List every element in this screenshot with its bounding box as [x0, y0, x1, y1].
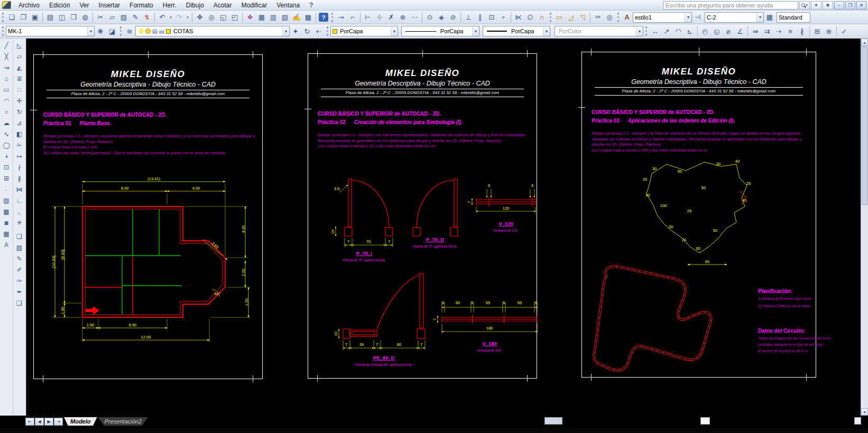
- zoom-window-icon[interactable]: ◱: [217, 12, 229, 23]
- dim-radius-icon[interactable]: ◴: [699, 26, 711, 37]
- text-style-dropdown[interactable]: estilo1 ▾: [633, 12, 692, 23]
- toolbar-grip[interactable]: [120, 26, 122, 36]
- copy-icon[interactable]: ▱: [106, 12, 118, 23]
- dim-ordinate-icon[interactable]: ⊾: [684, 26, 696, 37]
- favorites-star-icon[interactable]: ★: [823, 1, 833, 10]
- menu-herr[interactable]: Herr.: [158, 1, 181, 10]
- toolbar-separator[interactable]: [460, 12, 461, 23]
- properties-icon[interactable]: ❖: [244, 12, 256, 23]
- polygon-icon[interactable]: ⌂: [1, 73, 12, 84]
- dim-break-icon[interactable]: ∦: [796, 26, 808, 37]
- osnap-settings-icon[interactable]: ∩: [536, 12, 548, 23]
- table-icon[interactable]: ▦: [1, 228, 12, 239]
- edit-annotation-icon[interactable]: ✑: [14, 275, 25, 286]
- temporary-track-icon[interactable]: ⊸: [335, 12, 347, 23]
- edit-spline-icon[interactable]: ✐: [14, 264, 25, 275]
- menu-ventana[interactable]: Ventana: [272, 1, 304, 10]
- menu-formato[interactable]: Formato: [125, 1, 158, 10]
- toolbar-separator[interactable]: [42, 12, 43, 23]
- close-button[interactable]: ✕: [856, 1, 866, 10]
- plot-preview-icon[interactable]: ◫: [56, 12, 68, 23]
- quick-dimension-icon[interactable]: ⇛: [750, 26, 761, 37]
- snap-perpendicular-icon[interactable]: ⊥: [463, 12, 474, 23]
- erase-icon[interactable]: ◺: [14, 40, 25, 51]
- menu-archivo[interactable]: Archivo: [14, 1, 44, 10]
- extend-icon[interactable]: ↦: [14, 150, 25, 162]
- multiline-text-icon[interactable]: A: [1, 239, 12, 250]
- markup-icon[interactable]: ✍: [291, 12, 302, 23]
- dim-arc-length-icon[interactable]: ◠: [672, 26, 684, 37]
- table-style-icon[interactable]: ▦: [764, 12, 775, 23]
- break-at-point-icon[interactable]: ∤: [14, 162, 25, 173]
- toolbar-separator[interactable]: [242, 12, 243, 23]
- menu-ver[interactable]: Ver: [75, 1, 94, 10]
- make-layer-current-icon[interactable]: ✦: [290, 26, 301, 37]
- dim-diameter-icon[interactable]: ⌀: [723, 26, 734, 37]
- rotate-icon[interactable]: ↻: [14, 106, 25, 117]
- designcenter-icon[interactable]: ▦: [256, 12, 267, 23]
- layer-on-icon[interactable]: [138, 29, 144, 34]
- undo-icon[interactable]: ↶: [156, 12, 168, 23]
- dim-space-icon[interactable]: ≡: [784, 26, 796, 37]
- menu-insertar[interactable]: Insertar: [94, 1, 125, 10]
- minimize-button[interactable]: −: [834, 1, 844, 10]
- rectangle-icon[interactable]: ▭: [1, 84, 12, 95]
- edit-hatch-icon[interactable]: ▨: [14, 242, 25, 253]
- menu-dibujo[interactable]: Dibujo: [181, 1, 209, 10]
- dim-baseline-icon[interactable]: ⇉: [761, 26, 773, 37]
- color-control-dropdown[interactable]: PorCapa ▾: [330, 26, 398, 36]
- chevron-down-icon[interactable]: ▾: [543, 26, 550, 36]
- tolerance-icon[interactable]: ⊞: [811, 26, 823, 37]
- spline-icon[interactable]: ∿: [1, 128, 12, 139]
- linetype-control-dropdown[interactable]: PorCapa ▾: [401, 26, 479, 36]
- paste-icon[interactable]: ▨: [118, 12, 130, 23]
- tab-last-button[interactable]: ⇥: [54, 418, 63, 426]
- h-scrollbar-thumb[interactable]: [544, 417, 562, 425]
- chamfer-icon[interactable]: ∟: [14, 195, 25, 206]
- hatch-icon[interactable]: ▨: [1, 195, 12, 206]
- dim-style-dropdown[interactable]: C-2 ▾: [705, 12, 764, 23]
- chevron-down-icon[interactable]: ▾: [472, 26, 479, 36]
- layer-dropdown[interactable]: COTAS ▾: [135, 26, 290, 36]
- dim-aligned-icon[interactable]: ↗: [661, 26, 672, 37]
- tab-next-button[interactable]: ▶: [44, 418, 53, 426]
- dim-text-edit-icon[interactable]: ◹: [577, 12, 588, 23]
- snap-none-icon[interactable]: ∅: [524, 12, 536, 23]
- chevron-down-icon[interactable]: ▾: [685, 13, 691, 22]
- zoom-realtime-icon[interactable]: ◎: [206, 12, 217, 23]
- v-scrollbar-thumb[interactable]: [862, 46, 867, 205]
- dim-style-icon[interactable]: ⊣: [692, 12, 704, 23]
- etransmit-icon[interactable]: ◍: [79, 12, 91, 23]
- toolbar-separator[interactable]: [316, 12, 316, 23]
- stretch-icon[interactable]: ◧: [14, 128, 25, 139]
- line-icon[interactable]: ╱: [1, 40, 12, 51]
- layer-translate-icon[interactable]: ◪: [106, 26, 118, 37]
- snap-endpoint-icon[interactable]: ⊢: [362, 12, 374, 23]
- polyline-icon[interactable]: ↝: [1, 62, 12, 73]
- cut-icon[interactable]: ✂: [95, 12, 106, 23]
- pan-icon[interactable]: ✥: [194, 12, 206, 23]
- toolbar-separator[interactable]: [836, 26, 837, 36]
- edit-polyline-icon[interactable]: ✎: [14, 253, 25, 264]
- toolbar-separator[interactable]: [590, 12, 590, 23]
- new-file-icon[interactable]: ❏: [6, 12, 17, 23]
- ellipse-arc-icon[interactable]: ◖: [1, 150, 12, 162]
- dim-ruler-icon[interactable]: ▭: [553, 12, 565, 23]
- make-block-icon[interactable]: ⊞: [1, 173, 12, 184]
- layer-update-icon[interactable]: ↻: [301, 26, 313, 37]
- construction-line-icon[interactable]: ╳: [1, 51, 12, 62]
- snap-extension-icon[interactable]: ⋯: [409, 12, 420, 23]
- menu-ayuda[interactable]: ?: [304, 1, 318, 10]
- snap-parallel-icon[interactable]: ∥: [474, 12, 486, 23]
- region-icon[interactable]: ◙: [1, 217, 12, 228]
- offset-icon[interactable]: ≣: [14, 73, 25, 84]
- communication-center-icon[interactable]: ✴: [811, 1, 821, 10]
- gear-icon[interactable]: ❋: [95, 26, 106, 37]
- layer-lock-icon[interactable]: [152, 29, 158, 34]
- toolbar-grip[interactable]: [550, 13, 551, 22]
- drawing-canvas[interactable]: MIKEL DISEÑO Geometría Descriptiva - Dib…: [26, 39, 861, 416]
- draworder-icon[interactable]: ❏: [14, 231, 25, 242]
- edit-attribute-icon[interactable]: ✒: [14, 286, 25, 297]
- open-file-icon[interactable]: ❐: [17, 12, 29, 23]
- dim-continue-icon[interactable]: ⇢: [773, 26, 784, 37]
